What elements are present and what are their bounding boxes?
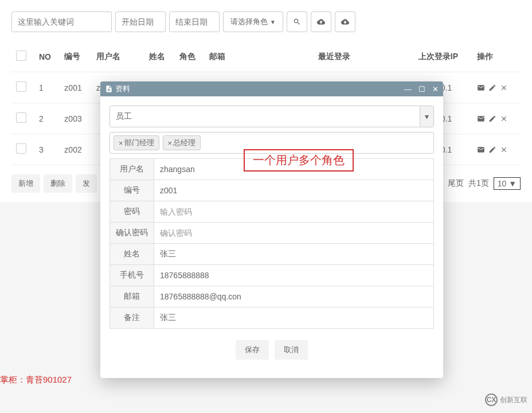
credit-text: 掌柜：青苔901027 <box>0 375 72 385</box>
row-checkbox[interactable] <box>16 143 26 154</box>
modal-body: 员工 ▾ × 部门经理 × 总经理 用户名 编号 密码 确认密码 姓名 手机号 <box>100 96 443 378</box>
col-ip: 上次登录IP <box>414 41 472 72</box>
modal-titlebar: 资料 — ☐ ✕ <box>100 81 443 96</box>
document-icon <box>105 85 113 93</box>
col-role: 角色 <box>175 41 205 72</box>
edit-icon[interactable] <box>488 115 496 123</box>
modal-title-text: 资料 <box>115 84 130 94</box>
minimize-icon[interactable]: — <box>404 85 412 93</box>
label-username: 用户名 <box>109 158 154 180</box>
close-icon[interactable]: ✕ <box>432 85 439 93</box>
logo-icon: CX <box>485 393 498 406</box>
keyword-input[interactable] <box>11 11 112 32</box>
col-lastlogin: 最近登录 <box>314 41 414 72</box>
role-dropdown-value: 员工 <box>116 111 132 122</box>
last-page-link[interactable]: 尾页 <box>448 178 464 189</box>
toolbar: 请选择角色 ▼ <box>0 0 532 41</box>
row-checkbox[interactable] <box>16 112 26 123</box>
upload-button[interactable] <box>311 11 331 32</box>
end-date-input[interactable] <box>169 11 220 32</box>
cell-no: 3 <box>34 134 60 165</box>
label-remark: 备注 <box>109 307 154 329</box>
profile-modal: 资料 — ☐ ✕ 员工 ▾ × 部门经理 × 总经理 用户名 编号 密码 <box>100 81 443 378</box>
total-pages: 共1页 <box>468 178 489 189</box>
input-name[interactable] <box>154 243 434 265</box>
select-all-checkbox[interactable] <box>16 50 26 61</box>
col-email: 邮箱 <box>205 41 313 72</box>
input-confirm-password[interactable] <box>154 222 434 244</box>
label-name: 姓名 <box>109 243 154 265</box>
watermark-logo: CX 创新互联 <box>485 393 527 406</box>
save-button[interactable]: 保存 <box>236 340 269 360</box>
label-email: 邮箱 <box>109 286 154 307</box>
close-icon[interactable] <box>500 146 508 154</box>
cell-code: z001 <box>60 72 92 103</box>
download-button[interactable] <box>335 11 355 32</box>
label-confirm-password: 确认密码 <box>109 222 154 244</box>
edit-icon[interactable] <box>488 146 496 154</box>
cell-code: z003 <box>60 103 92 134</box>
row-actions <box>477 146 516 154</box>
input-phone[interactable] <box>154 264 434 286</box>
send-button[interactable]: 发 <box>76 174 97 193</box>
delete-button[interactable]: 删除 <box>44 174 72 193</box>
search-icon <box>293 18 301 26</box>
col-no: NO <box>34 41 60 72</box>
col-username: 用户名 <box>92 41 144 72</box>
logo-text: 创新互联 <box>500 395 527 405</box>
cell-no: 2 <box>34 103 60 134</box>
start-date-input[interactable] <box>115 11 166 32</box>
page-size-select[interactable]: 10 ▼ <box>494 177 521 190</box>
cloud-upload-icon <box>317 18 325 26</box>
input-password[interactable] <box>154 201 434 223</box>
edit-icon[interactable] <box>488 84 496 92</box>
row-actions <box>477 115 516 123</box>
modal-footer: 保存 取消 <box>109 329 434 369</box>
mail-icon[interactable] <box>477 84 485 92</box>
label-password: 密码 <box>109 201 154 223</box>
row-actions <box>477 84 516 92</box>
col-code: 编号 <box>60 41 92 72</box>
cloud-download-icon <box>341 18 349 26</box>
chevron-down-icon: ▾ <box>420 106 433 127</box>
row-checkbox[interactable] <box>16 81 26 92</box>
close-icon[interactable] <box>500 84 508 92</box>
add-button[interactable]: 新增 <box>11 174 40 193</box>
col-name: 姓名 <box>144 41 175 72</box>
role-select-label: 请选择角色 <box>230 17 268 27</box>
search-button[interactable] <box>287 11 307 32</box>
col-actions: 操作 <box>472 41 521 72</box>
chevron-down-icon: ▼ <box>270 19 276 25</box>
label-code: 编号 <box>109 180 154 201</box>
role-tags[interactable]: × 部门经理 × 总经理 <box>109 132 434 154</box>
input-email[interactable] <box>154 286 434 307</box>
role-select[interactable]: 请选择角色 ▼ <box>223 11 283 32</box>
mail-icon[interactable] <box>477 146 485 154</box>
close-icon[interactable] <box>500 115 508 123</box>
role-tag[interactable]: × 部门经理 <box>114 135 159 150</box>
label-phone: 手机号 <box>109 264 154 286</box>
role-tag[interactable]: × 总经理 <box>163 135 201 150</box>
cell-code: z002 <box>60 134 92 165</box>
role-dropdown[interactable]: 员工 ▾ <box>109 106 434 127</box>
cancel-button[interactable]: 取消 <box>275 340 308 360</box>
mail-icon[interactable] <box>477 115 485 123</box>
input-username[interactable] <box>154 158 434 180</box>
maximize-icon[interactable]: ☐ <box>418 85 425 93</box>
input-remark[interactable] <box>154 307 434 329</box>
input-code[interactable] <box>154 180 434 201</box>
cell-no: 1 <box>34 72 60 103</box>
